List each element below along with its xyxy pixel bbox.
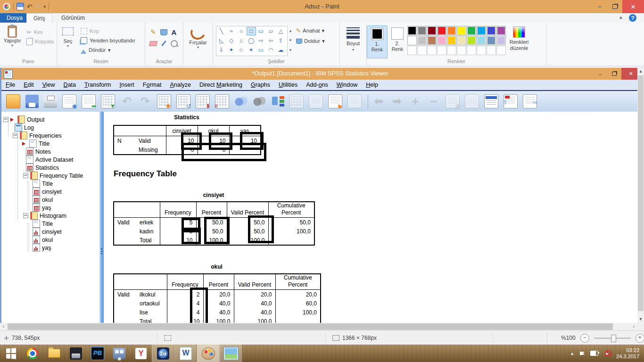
export-icon[interactable]: ➥	[82, 94, 96, 108]
tree-item-ft-yas[interactable]: yaş	[33, 204, 51, 212]
collapse-box-icon[interactable]	[23, 213, 28, 218]
shape-arrow-down[interactable]: ⇩	[217, 46, 226, 54]
menu-data[interactable]: Data	[59, 80, 80, 90]
undo-icon[interactable]: ↶	[120, 95, 133, 108]
taskbar-truck-game[interactable]	[65, 345, 87, 362]
resize-button[interactable]: Yeniden boyutlandır	[79, 36, 137, 45]
zoom-in-button[interactable]: +	[636, 334, 644, 343]
zoom-out-button[interactable]: −	[580, 334, 589, 343]
palette-swatch[interactable]	[487, 36, 496, 45]
cut-button[interactable]: ✂ Kes	[25, 27, 56, 37]
palette-swatch[interactable]	[467, 36, 476, 45]
menu-transform[interactable]: Transform	[80, 80, 116, 90]
palette-swatch[interactable]	[457, 36, 466, 45]
zoom-slider[interactable]	[594, 337, 631, 339]
tree-item-h-okul[interactable]: okul	[33, 236, 53, 244]
save-icon[interactable]	[17, 3, 24, 10]
palette-swatch-empty[interactable]	[487, 46, 496, 55]
taskbar-word[interactable]: W	[174, 345, 197, 362]
palette-swatch[interactable]	[427, 26, 437, 35]
spss-close-button[interactable]: ✕	[621, 68, 639, 80]
shape-arrow-right[interactable]: ⇨	[257, 37, 265, 44]
palette-swatch[interactable]	[477, 26, 486, 35]
print-preview-icon[interactable]: ◉	[62, 94, 76, 108]
tree-item-output[interactable]: Output	[3, 115, 45, 123]
tree-item-ft-title[interactable]: Title	[33, 180, 53, 188]
help-icon[interactable]: ?	[629, 14, 636, 22]
palette-swatch[interactable]	[447, 36, 456, 45]
insert-text-icon[interactable]: ⇨	[523, 94, 537, 108]
color2-button[interactable]: 2. Renk	[388, 25, 407, 58]
tab-dosya[interactable]: Dosya	[0, 13, 29, 23]
tree-item-active-dataset[interactable]: Active Dataset	[26, 156, 74, 164]
variables-icon[interactable]: ⬇	[196, 94, 210, 108]
copy-button[interactable]: Kopyala	[25, 37, 56, 46]
tree-item-ft-cinsiyet[interactable]: cinsiyet	[33, 188, 62, 196]
taskbar-paint[interactable]	[197, 345, 220, 362]
shape-rectangle[interactable]: □	[247, 27, 256, 35]
shape-polygon[interactable]: ▱	[267, 27, 275, 35]
palette-swatch[interactable]	[467, 26, 476, 35]
tree-item-log[interactable]: Log	[15, 123, 34, 132]
palette-swatch-empty[interactable]	[477, 46, 486, 55]
tree-item-histogram[interactable]: Histogram	[23, 212, 66, 220]
collapse-box-icon[interactable]	[13, 133, 18, 138]
color-picker-tool-icon[interactable]	[161, 41, 166, 47]
run-script-icon[interactable]: ▶	[328, 94, 342, 108]
spss-restore-button[interactable]	[607, 68, 621, 80]
menu-edit[interactable]: Edit	[19, 80, 38, 90]
shape-triangle[interactable]: △	[277, 27, 285, 35]
menu-graphs[interactable]: Graphs	[247, 80, 274, 90]
menu-insert[interactable]: Insert	[116, 80, 139, 90]
text-tool-icon[interactable]: A	[172, 28, 177, 36]
volume-muted-icon[interactable]	[604, 351, 611, 356]
rotate-button[interactable]: Döndür ▾	[79, 45, 137, 55]
insert-heading-icon[interactable]: ⇧	[504, 94, 518, 108]
demote-minus-icon[interactable]: −	[427, 95, 440, 108]
shape-hexagon[interactable]: ◯	[247, 37, 256, 44]
shape-callout-oval[interactable]: ◠	[267, 46, 275, 54]
menu-analyze[interactable]: Analyze	[165, 80, 195, 90]
value-labels-icon[interactable]: ≡	[215, 94, 229, 108]
shape-right-triangle[interactable]: ◺	[217, 37, 226, 44]
palette-swatch[interactable]	[496, 26, 506, 35]
scroll-down-icon[interactable]: ▼	[637, 316, 644, 323]
taskbar-chrome[interactable]	[22, 345, 43, 362]
shape-oval[interactable]: ○	[237, 27, 246, 35]
magnifier-tool-icon[interactable]	[171, 40, 178, 47]
show-all-variables-icon[interactable]	[253, 95, 266, 108]
brushes-button[interactable]: Fırçalar ▾	[183, 23, 213, 62]
collapse-box-icon[interactable]	[23, 173, 28, 178]
tree-item-h-yas[interactable]: yaş	[33, 244, 51, 252]
palette-swatch[interactable]	[437, 36, 446, 45]
eraser-tool-icon[interactable]	[149, 41, 157, 46]
palette-swatch[interactable]	[457, 26, 466, 35]
paint-app-icon[interactable]	[3, 3, 10, 10]
undo-icon[interactable]: ↶	[27, 3, 33, 10]
palette-swatch-empty[interactable]	[417, 46, 427, 55]
tree-item-statistics[interactable]: Statistics	[26, 164, 59, 172]
outline-button[interactable]: ✎ Anahat ▾	[296, 27, 325, 34]
zoom-slider-handle[interactable]	[611, 335, 616, 342]
palette-swatch-empty[interactable]	[467, 46, 476, 55]
taskbar-file-explorer[interactable]	[43, 345, 65, 362]
tree-item-ft-okul[interactable]: okul	[33, 196, 53, 204]
palette-swatch-empty[interactable]	[437, 46, 446, 55]
collapse-box-icon[interactable]	[3, 117, 8, 122]
crop-button[interactable]: Kırp	[79, 26, 137, 36]
tree-item-h-cinsiyet[interactable]: cinsiyet	[33, 228, 62, 236]
recall-dialog-icon[interactable]: ▼	[101, 94, 115, 108]
palette-swatch-empty[interactable]	[496, 46, 506, 55]
scroll-up-icon[interactable]: ▲	[637, 68, 644, 75]
palette-swatch-empty[interactable]	[407, 46, 417, 55]
shape-rounded-rectangle[interactable]: ▭	[257, 27, 265, 35]
menu-format[interactable]: Format	[139, 80, 166, 90]
shape-arrow-left[interactable]: ⇦	[267, 37, 275, 44]
shapes-scroll-up-icon[interactable]: ▲	[289, 29, 292, 33]
print-icon[interactable]	[44, 95, 57, 108]
taskbar-yandex[interactable]: Y	[130, 345, 152, 362]
restore-button[interactable]	[607, 0, 622, 13]
fill-button[interactable]: Doldur ▾	[296, 38, 325, 44]
horizontal-scroll-thumb[interactable]	[8, 323, 613, 330]
shape-four-point-star[interactable]: ✦	[227, 46, 236, 54]
